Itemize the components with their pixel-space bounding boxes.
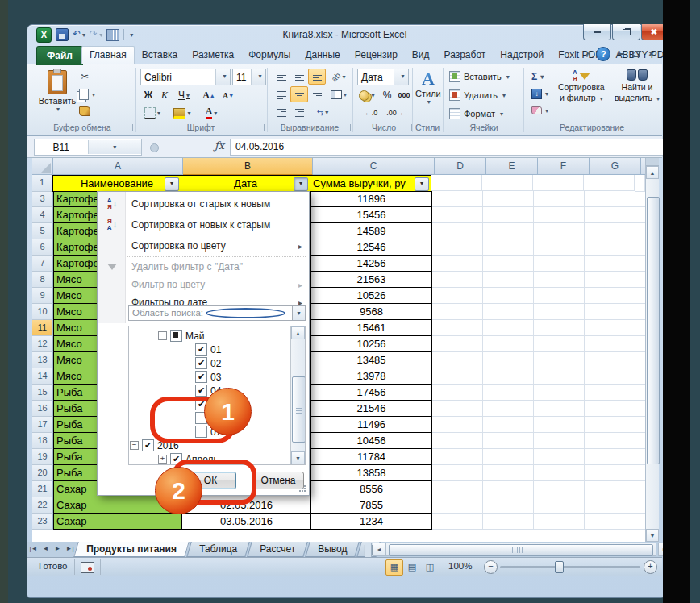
empty-cell[interactable] (432, 191, 483, 207)
empty-cell[interactable] (585, 497, 635, 514)
empty-cell[interactable] (432, 336, 483, 352)
empty-cell[interactable] (483, 385, 534, 401)
align-left-button[interactable] (273, 86, 290, 102)
empty-cell[interactable] (432, 465, 483, 481)
vscroll-thumb[interactable] (647, 197, 660, 464)
autosum-button[interactable]: Σ▾ (531, 71, 544, 82)
header-cell-name[interactable]: Наименование ▾ (52, 175, 181, 192)
empty-cell[interactable] (635, 514, 645, 530)
empty-cell[interactable] (635, 175, 645, 192)
find-select-button[interactable]: Найти и выделить ▾ (615, 69, 660, 104)
empty-cell[interactable] (534, 465, 585, 481)
cell-sum[interactable]: 9568 (311, 304, 432, 320)
empty-cell[interactable] (483, 191, 534, 207)
wrap-text-button[interactable]: ⇆▾ (311, 104, 334, 120)
empty-cell[interactable] (534, 288, 585, 304)
sheet-tab-продукты-питания[interactable]: Продукты питания (73, 542, 189, 557)
empty-cell[interactable] (585, 288, 635, 304)
borders-button[interactable]: ▾ (140, 105, 165, 121)
font-size-combo[interactable]: 11▾ (232, 69, 266, 85)
cell-sum[interactable]: 13485 (311, 352, 432, 368)
cell-sum[interactable]: 8556 (311, 481, 432, 497)
cell-sum[interactable]: 7855 (311, 497, 432, 514)
empty-cell[interactable] (585, 514, 635, 530)
header-cell-date[interactable]: Дата ▾ (181, 175, 310, 192)
list-scroll-down[interactable]: ▼ (291, 451, 305, 464)
empty-cell[interactable] (635, 401, 645, 417)
row-header-20[interactable]: 20 (32, 465, 53, 481)
menu-item-3[interactable]: Сортировка по цвету▸ (98, 235, 309, 256)
empty-cell[interactable] (432, 352, 483, 368)
tab-рецензир[interactable]: Рецензир (348, 46, 405, 64)
empty-cell[interactable] (483, 352, 534, 368)
empty-cell[interactable] (585, 433, 635, 449)
sheet-tab-вывод[interactable]: Вывод (305, 542, 360, 557)
search-scope-dropdown[interactable]: ▾ (293, 305, 306, 321)
list-scroll-up[interactable]: ▲ (291, 326, 305, 339)
row-header-22[interactable]: 22 (32, 497, 53, 514)
clear-button[interactable]: ▾ (531, 106, 548, 114)
minimize-button[interactable] (583, 24, 611, 40)
filter-button-date[interactable]: ▾ (294, 177, 308, 191)
empty-cell[interactable] (635, 191, 645, 207)
list-scrollbar[interactable]: ▲ ▼ (290, 326, 305, 464)
empty-cell[interactable] (534, 207, 585, 223)
filter-search-input[interactable]: Область поиска: (Все) (128, 305, 293, 321)
column-header-d[interactable]: D (435, 158, 486, 175)
empty-cell[interactable] (585, 239, 635, 256)
italic-button[interactable]: К (156, 87, 173, 103)
row-header-8[interactable]: 8 (32, 272, 53, 288)
tab-разметка[interactable]: Разметка (185, 46, 241, 64)
empty-cell[interactable] (483, 320, 534, 336)
cell-sum[interactable]: 13858 (311, 465, 432, 481)
percent-style-button[interactable]: % (380, 87, 394, 103)
empty-cell[interactable] (432, 207, 483, 223)
cell-sum[interactable]: 21546 (311, 401, 432, 417)
vscroll-split-box[interactable] (646, 158, 659, 166)
empty-cell[interactable] (534, 191, 585, 207)
empty-cell[interactable] (432, 497, 483, 514)
empty-cell[interactable] (483, 449, 534, 465)
cell-sum[interactable]: 10456 (311, 433, 432, 449)
empty-cell[interactable] (534, 433, 585, 449)
cell-sum[interactable]: 11784 (311, 449, 432, 465)
empty-cell[interactable] (432, 368, 483, 385)
cell-sum[interactable]: 15456 (311, 207, 432, 223)
sheet-tab-таблица[interactable]: Таблица (186, 542, 250, 557)
cell-styles-button[interactable]: А Стили ▾ (415, 69, 441, 106)
empty-cell[interactable] (534, 401, 585, 417)
scroll-up-arrow[interactable]: ▲ (646, 166, 659, 179)
help-icon[interactable]: ? (596, 47, 610, 61)
empty-cell[interactable] (432, 433, 483, 449)
empty-cell[interactable] (635, 239, 645, 256)
row-header-5[interactable]: 5 (32, 223, 53, 239)
empty-cell[interactable] (635, 352, 645, 368)
font-dialog-launcher[interactable] (257, 124, 265, 131)
empty-cell[interactable] (432, 256, 483, 272)
empty-cell[interactable] (585, 320, 635, 336)
tree-item-02[interactable]: ✔02 (129, 356, 290, 370)
format-cells-button[interactable]: Формат▾ (449, 108, 503, 119)
delete-cells-button[interactable]: Удалить▾ (449, 89, 506, 101)
empty-cell[interactable] (432, 304, 483, 320)
empty-cell[interactable] (584, 175, 635, 191)
empty-cell[interactable] (585, 272, 635, 288)
cell-sum[interactable]: 12546 (311, 239, 432, 256)
checkbox-on[interactable]: ✔ (195, 357, 207, 369)
row-header-6[interactable]: 6 (32, 239, 53, 256)
empty-cell[interactable] (534, 449, 585, 465)
empty-cell[interactable] (585, 465, 635, 481)
empty-cell[interactable] (432, 320, 483, 336)
sheet-tab-рассчет[interactable]: Рассчет (247, 542, 308, 557)
row-header-11[interactable]: 11 (32, 320, 53, 336)
empty-cell[interactable] (483, 481, 534, 497)
font-name-combo[interactable]: Calibri▾ (140, 69, 231, 85)
zoom-out-button[interactable]: − (484, 560, 498, 574)
empty-cell[interactable] (432, 514, 483, 530)
empty-cell[interactable] (635, 385, 645, 401)
column-header-e[interactable]: E (486, 158, 538, 175)
number-dialog-launcher[interactable] (405, 124, 412, 131)
row-header-23[interactable]: 23 (32, 514, 53, 530)
empty-cell[interactable] (585, 481, 635, 497)
align-right-button[interactable] (308, 86, 326, 102)
